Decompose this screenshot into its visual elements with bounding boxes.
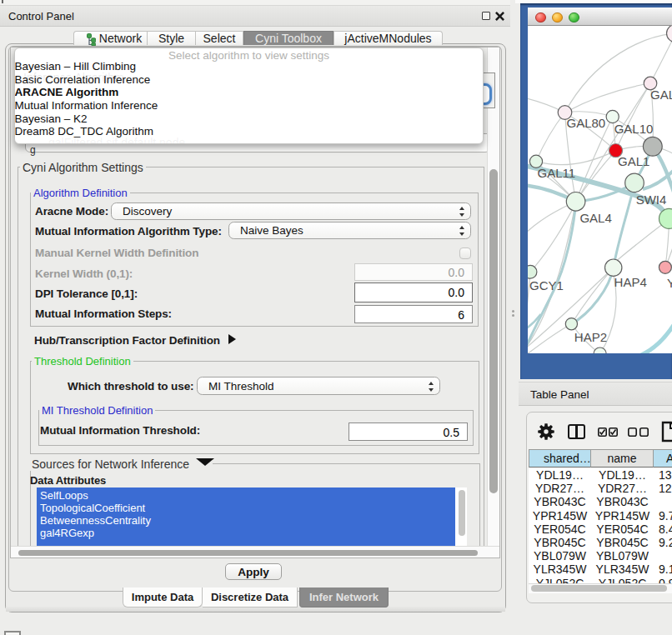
svg-text:GAL1: GAL1 xyxy=(618,154,649,168)
svg-text:GAL80: GAL80 xyxy=(567,116,606,130)
svg-text:GAL11: GAL11 xyxy=(538,166,576,180)
svg-text:HAP2: HAP2 xyxy=(574,330,607,344)
svg-text:GAL10: GAL10 xyxy=(614,122,654,136)
svg-text:YJ: YJ xyxy=(667,276,672,290)
svg-text:SWI4: SWI4 xyxy=(636,192,667,207)
svg-text:GAL4: GAL4 xyxy=(579,211,611,225)
svg-text:HAP4: HAP4 xyxy=(614,275,647,289)
svg-text:GCY1: GCY1 xyxy=(529,278,564,292)
svg-text:GAL2: GAL2 xyxy=(650,88,672,102)
